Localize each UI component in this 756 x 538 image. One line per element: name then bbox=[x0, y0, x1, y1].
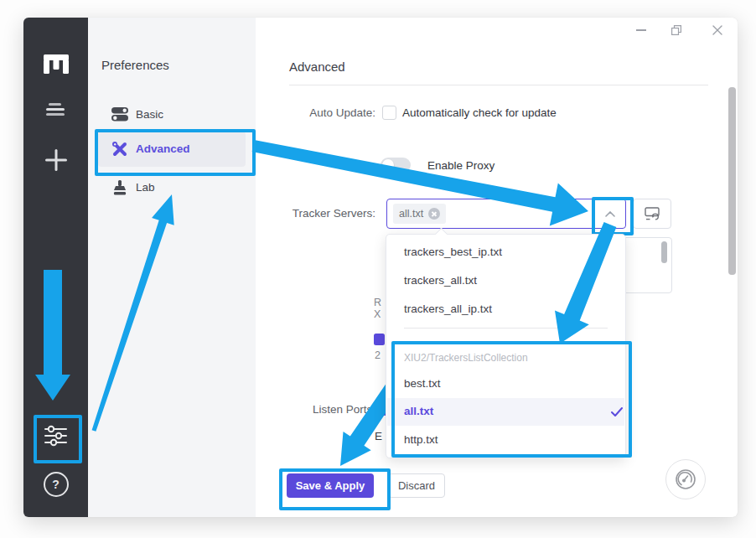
advanced-tools-icon bbox=[111, 141, 128, 161]
hidden-checkbox-fragment bbox=[374, 334, 385, 345]
chevron-up-icon[interactable] bbox=[605, 211, 615, 217]
sidebar: ? bbox=[23, 18, 88, 517]
dropdown-item[interactable]: http.txt bbox=[404, 433, 438, 446]
dropdown-divider bbox=[404, 328, 608, 328]
textarea-scrollbar[interactable] bbox=[661, 241, 667, 263]
basic-label: Basic bbox=[136, 108, 163, 121]
restore-button[interactable] bbox=[669, 23, 684, 38]
minimize-icon bbox=[636, 29, 646, 31]
tag-close-icon[interactable] bbox=[428, 208, 440, 220]
selected-tag: all.txt bbox=[393, 204, 446, 224]
proxy-toggle[interactable] bbox=[381, 158, 411, 173]
sync-trackers-button[interactable] bbox=[633, 199, 671, 229]
dropdown-item[interactable]: trackers_all_ip.txt bbox=[404, 303, 492, 315]
checkmark-icon bbox=[611, 407, 623, 416]
toggle-knob bbox=[382, 159, 394, 171]
dropdown-group-label: XIU2/TrackersListCollection bbox=[404, 352, 528, 364]
motrix-logo-icon bbox=[23, 54, 88, 75]
proxy-toggle-label: Enable Proxy bbox=[427, 159, 495, 172]
auto-update-label: Auto Update: bbox=[289, 106, 375, 119]
tracker-servers-label: Tracker Servers: bbox=[289, 207, 375, 220]
advanced-label: Advanced bbox=[136, 142, 190, 155]
page-title: Advanced bbox=[289, 59, 345, 74]
dropdown-item[interactable]: trackers_best_ip.txt bbox=[404, 246, 502, 258]
selected-tag-label: all.txt bbox=[399, 208, 423, 220]
save-apply-button[interactable]: Save & Apply bbox=[287, 473, 374, 498]
title-divider bbox=[289, 85, 708, 85]
app-window: ? Preferences Basic bbox=[23, 18, 738, 517]
help-icon[interactable]: ? bbox=[23, 472, 88, 497]
dropdown-item[interactable]: trackers_all.txt bbox=[404, 274, 477, 287]
dropdown-item[interactable]: best.txt bbox=[404, 377, 441, 390]
proxy-label: Proxy: bbox=[289, 159, 375, 172]
hidden-text-fragment-3: 2 bbox=[375, 349, 381, 361]
speedometer-icon bbox=[675, 468, 696, 490]
sync-icon bbox=[645, 207, 660, 221]
preferences-sliders-icon[interactable] bbox=[23, 425, 88, 447]
sidebar-item-advanced[interactable]: Advanced bbox=[98, 132, 246, 167]
basic-toggles-icon bbox=[111, 106, 128, 125]
dropdown-item-selected-label[interactable]: all.txt bbox=[404, 405, 433, 417]
hidden-text-fragment-1: R bbox=[374, 297, 381, 308]
restore-icon bbox=[671, 25, 681, 35]
auto-update-checkbox[interactable] bbox=[382, 106, 396, 120]
hidden-text-fragment-2: X bbox=[374, 308, 381, 320]
tracker-servers-select[interactable]: all.txt bbox=[386, 199, 626, 229]
tracker-dropdown: trackers_best_ip.txt trackers_all.txt tr… bbox=[386, 234, 626, 458]
lab-label: Lab bbox=[136, 181, 155, 194]
main-scrollbar[interactable] bbox=[728, 87, 736, 275]
listen-ports-label: Listen Ports: bbox=[289, 403, 375, 416]
hidden-text-fragment-4: E bbox=[375, 430, 382, 442]
dropdown-notch bbox=[435, 228, 448, 241]
close-button[interactable] bbox=[710, 23, 725, 38]
minimize-button[interactable] bbox=[634, 23, 649, 38]
lab-stamp-icon bbox=[112, 180, 127, 199]
speed-limit-button[interactable] bbox=[665, 459, 706, 499]
add-task-icon[interactable] bbox=[23, 149, 88, 171]
close-icon bbox=[712, 25, 722, 35]
auto-update-checkbox-label[interactable]: Automatically check for update bbox=[402, 106, 557, 119]
discard-button[interactable]: Discard bbox=[388, 473, 445, 498]
panel-title: Preferences bbox=[101, 58, 169, 72]
help-glyph: ? bbox=[44, 472, 69, 497]
preferences-panel: Preferences Basic bbox=[88, 18, 256, 517]
